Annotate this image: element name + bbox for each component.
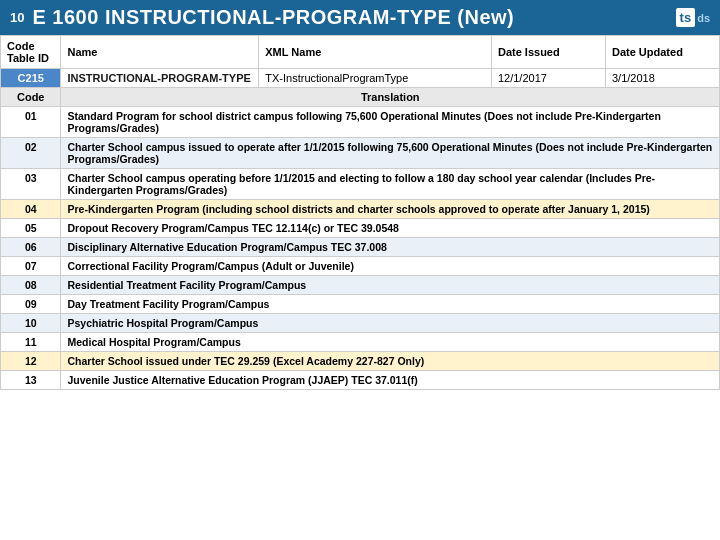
col-header-xml-name: XML Name <box>259 36 492 69</box>
description-cell: Residential Treatment Facility Program/C… <box>61 276 720 295</box>
col-header-name: Name <box>61 36 259 69</box>
tsds-logo-suffix: ds <box>697 12 710 24</box>
code-cell: 05 <box>1 219 61 238</box>
code-cell: 09 <box>1 295 61 314</box>
main-data-row: C215 INSTRUCTIONAL-PROGRAM-TYPE TX-Instr… <box>1 69 720 88</box>
code-cell: 03 <box>1 169 61 200</box>
column-headers: CodeTable ID Name XML Name Date Issued D… <box>1 36 720 69</box>
table-row: 13Juvenile Justice Alternative Education… <box>1 371 720 390</box>
table-row: 11Medical Hospital Program/Campus <box>1 333 720 352</box>
description-cell: Charter School campus operating before 1… <box>61 169 720 200</box>
code-cell: 02 <box>1 138 61 169</box>
col-header-date-updated: Date Updated <box>605 36 719 69</box>
code-cell: 07 <box>1 257 61 276</box>
table-row: 07Correctional Facility Program/Campus (… <box>1 257 720 276</box>
code-cell: 08 <box>1 276 61 295</box>
page-header: 10 E 1600 INSTRUCTIONAL-PROGRAM-TYPE (Ne… <box>0 0 720 35</box>
table-row: 02Charter School campus issued to operat… <box>1 138 720 169</box>
xml-name-cell: TX-InstructionalProgramType <box>259 69 492 88</box>
description-cell: Charter School issued under TEC 29.259 (… <box>61 352 720 371</box>
description-cell: Medical Hospital Program/Campus <box>61 333 720 352</box>
table-row: 10Psychiatric Hospital Program/Campus <box>1 314 720 333</box>
tsds-logo: tsds <box>676 8 710 27</box>
date-updated-cell: 3/1/2018 <box>605 69 719 88</box>
code-cell: 10 <box>1 314 61 333</box>
translation-label: Translation <box>61 88 720 107</box>
description-cell: Disciplinary Alternative Education Progr… <box>61 238 720 257</box>
col-header-code-table-id: CodeTable ID <box>1 36 61 69</box>
code-cell: 13 <box>1 371 61 390</box>
table-row: 06Disciplinary Alternative Education Pro… <box>1 238 720 257</box>
table-row: 01Standard Program for school district c… <box>1 107 720 138</box>
code-label: Code <box>1 88 61 107</box>
name-cell: INSTRUCTIONAL-PROGRAM-TYPE <box>61 69 259 88</box>
description-cell: Standard Program for school district cam… <box>61 107 720 138</box>
tsds-logo-box: ts <box>676 8 696 27</box>
description-cell: Correctional Facility Program/Campus (Ad… <box>61 257 720 276</box>
table-row: 12Charter School issued under TEC 29.259… <box>1 352 720 371</box>
description-cell: Juvenile Justice Alternative Education P… <box>61 371 720 390</box>
table-row: 03Charter School campus operating before… <box>1 169 720 200</box>
col-header-date-issued: Date Issued <box>491 36 605 69</box>
code-cell: 06 <box>1 238 61 257</box>
description-cell: Day Treatment Facility Program/Campus <box>61 295 720 314</box>
translation-row: Code Translation <box>1 88 720 107</box>
description-cell: Charter School campus issued to operate … <box>61 138 720 169</box>
code-cell: 01 <box>1 107 61 138</box>
page-title: E 1600 INSTRUCTIONAL-PROGRAM-TYPE (New) <box>32 6 514 29</box>
description-cell: Psychiatric Hospital Program/Campus <box>61 314 720 333</box>
table-row: 05Dropout Recovery Program/Campus TEC 12… <box>1 219 720 238</box>
table-row: 09Day Treatment Facility Program/Campus <box>1 295 720 314</box>
code-cell: 04 <box>1 200 61 219</box>
code-cell: 12 <box>1 352 61 371</box>
description-cell: Dropout Recovery Program/Campus TEC 12.1… <box>61 219 720 238</box>
table-row: 08Residential Treatment Facility Program… <box>1 276 720 295</box>
table-row: 04Pre-Kindergarten Program (including sc… <box>1 200 720 219</box>
code-cell: 11 <box>1 333 61 352</box>
page-number: 10 <box>10 10 24 25</box>
description-cell: Pre-Kindergarten Program (including scho… <box>61 200 720 219</box>
date-issued-cell: 12/1/2017 <box>491 69 605 88</box>
code-cell: C215 <box>1 69 61 88</box>
